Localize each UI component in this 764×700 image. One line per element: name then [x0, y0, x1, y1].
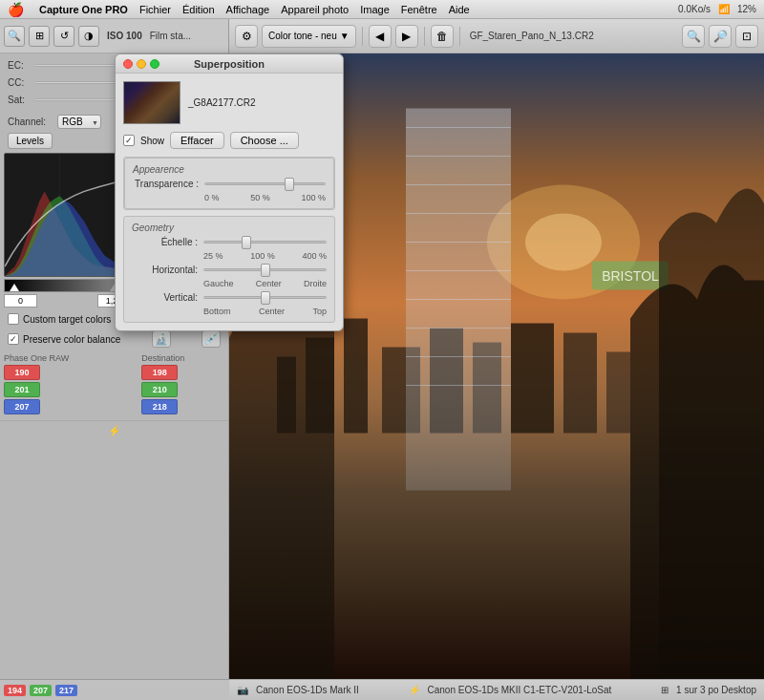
color-btn[interactable]: ◑ — [78, 26, 99, 47]
geometry-section: Geometry Échelle : 25 % 100 % 400 % Hori… — [123, 216, 335, 323]
vertical-labels: Bottom Center Top — [132, 307, 327, 316]
echelle-slider[interactable] — [203, 241, 327, 244]
menu-appareil[interactable]: Appareil photo — [281, 4, 349, 15]
profile-icon: ⚡ — [409, 685, 420, 695]
appearence-section: Appearence Transparence : 0 % 50 % 100 % — [123, 157, 335, 210]
echelle-label: Échelle : — [132, 237, 203, 247]
camera-icon: 📷 — [237, 685, 248, 695]
close-btn[interactable] — [123, 59, 133, 69]
patch-b1[interactable]: 207 — [4, 399, 40, 414]
left-toolbar: 🔍 ⊞ ↺ ◑ ISO 100 Film sta... — [0, 19, 228, 53]
right-toolbar: ⚙ Color tone - neu ▼ ◀ ▶ 🗑 GF_Staren_Pan… — [229, 19, 764, 53]
toolbar-separator-1 — [362, 27, 363, 46]
horizontal-row: Horizontal: — [132, 265, 327, 275]
pages-label: 1 sur 3 po Desktop — [676, 685, 756, 695]
menu-fenetre[interactable]: Fenêtre — [401, 4, 437, 15]
zoom-btn[interactable]: 🔍 — [4, 26, 25, 47]
transparency-label: Transparence : — [133, 179, 204, 189]
custom-target-label: Custom target colors — [23, 314, 111, 325]
choose-btn[interactable]: Choose ... — [230, 132, 299, 149]
color-tone-label: Color tone - neu — [268, 31, 337, 41]
custom-target-checkbox[interactable] — [8, 313, 19, 325]
patch-b2[interactable]: 218 — [141, 399, 178, 414]
horizontal-label: Horizontal: — [132, 265, 203, 275]
menu-affichage[interactable]: Affichage — [226, 4, 270, 15]
fit-btn[interactable]: ⊡ — [735, 25, 758, 48]
zoom-out-btn[interactable]: 🔎 — [709, 25, 732, 48]
dialog-content: _G8A2177.CR2 Show Effacer Choose ... App… — [116, 74, 343, 330]
preserve-color-row: Preserve color balance 🔬 💉 — [0, 329, 228, 350]
minimize-btn[interactable] — [137, 59, 146, 69]
superposition-dialog: Superposition _G8A2177.CR2 Show Effacer … — [115, 53, 344, 331]
transparency-row: Transparence : — [133, 179, 326, 189]
preserve-color-checkbox[interactable] — [8, 333, 19, 345]
patch-g2[interactable]: 210 — [141, 382, 178, 397]
status-g: 207 — [30, 685, 52, 696]
show-checkbox[interactable] — [123, 135, 135, 146]
levels-black-point[interactable] — [10, 284, 19, 291]
vertical-row: Vertical: — [132, 292, 327, 303]
svg-text:BRISTOL: BRISTOL — [602, 268, 659, 284]
color-tone-dropdown-icon: ▼ — [340, 31, 350, 41]
toolbar-separator-2 — [424, 27, 425, 46]
svg-point-6 — [525, 214, 602, 271]
menubar-right: 0.0Ko/s 📶 12% — [678, 4, 756, 14]
menu-aide[interactable]: Aide — [449, 4, 470, 15]
grid-icon: ⊞ — [661, 685, 668, 695]
film-label: Film sta... — [150, 31, 191, 41]
color-patches: Phase One RAW 190 201 207 Destination 19… — [0, 350, 228, 420]
horizontal-slider[interactable] — [203, 268, 327, 271]
phase-one-title: Phase One RAW — [4, 353, 69, 363]
battery-level: 12% — [737, 4, 756, 14]
menu-edition[interactable]: Édition — [182, 4, 215, 15]
cc-label: CC: — [8, 77, 34, 88]
eyedropper-btn-1[interactable]: 🔬 — [152, 330, 171, 348]
maximize-btn[interactable] — [150, 59, 159, 69]
overlay-thumbnail — [123, 81, 180, 124]
transparency-slider[interactable] — [204, 182, 326, 185]
levels-min-input[interactable]: 0 — [4, 294, 37, 308]
menu-capture-one[interactable]: Capture One PRO — [39, 4, 128, 15]
phase-one-group: Phase One RAW 190 201 207 — [4, 353, 69, 416]
apple-menu[interactable]: 🍎 — [8, 2, 24, 17]
window-controls — [123, 59, 159, 69]
menu-bar: 🍎 Capture One PRO Fichier Édition Affich… — [0, 0, 764, 19]
dialog-titlebar: Superposition — [116, 54, 343, 74]
show-label: Show — [140, 136, 164, 146]
toolbar-separator-3 — [459, 27, 460, 46]
levels-btn[interactable]: Levels — [8, 133, 53, 149]
vertical-label: Vertical: — [132, 292, 203, 303]
channel-select[interactable]: RGB Red Green Blue — [57, 115, 101, 129]
eyedropper-btn-2[interactable]: 💉 — [202, 330, 221, 348]
horizontal-labels: Gauche Center Droite — [132, 279, 327, 288]
sat-label: Sat: — [8, 95, 34, 105]
show-row: Show Effacer Choose ... — [123, 132, 335, 149]
iso-label: ISO 100 — [103, 29, 146, 43]
menu-image[interactable]: Image — [360, 4, 390, 15]
exposure-section-label: ⚡ — [0, 420, 228, 441]
status-b: 217 — [55, 685, 77, 696]
svg-rect-14 — [563, 333, 597, 434]
destination-group: Destination 198 210 218 — [141, 353, 184, 416]
delete-btn[interactable]: 🗑 — [431, 25, 454, 48]
bottom-status-bar: 📷 Canon EOS-1Ds Mark II ⚡ Canon EOS-1Ds … — [229, 679, 764, 700]
channel-label: Channel: — [8, 117, 57, 127]
zoom-in-btn[interactable]: 🔍 — [682, 25, 705, 48]
settings-icon[interactable]: ⚙ — [235, 25, 258, 48]
ec-label: EC: — [8, 60, 34, 71]
effacer-btn[interactable]: Effacer — [170, 132, 224, 149]
overlay-filename: _G8A2177.CR2 — [188, 97, 256, 108]
color-tone-btn[interactable]: Color tone - neu ▼ — [262, 25, 356, 48]
vertical-slider[interactable] — [203, 296, 327, 299]
menu-fichier[interactable]: Fichier — [139, 4, 171, 15]
rotate-btn[interactable]: ↺ — [53, 26, 74, 47]
crop-btn[interactable]: ⊞ — [29, 26, 50, 47]
patch-r1[interactable]: 190 — [4, 365, 40, 380]
svg-rect-13 — [511, 324, 554, 434]
patch-g1[interactable]: 201 — [4, 382, 40, 397]
nav-prev-btn[interactable]: ◀ — [369, 25, 392, 48]
geometry-title: Geometry — [132, 223, 327, 233]
nav-next-btn[interactable]: ▶ — [395, 25, 418, 48]
camera-name: Canon EOS-1Ds Mark II — [256, 685, 359, 695]
patch-r2[interactable]: 198 — [141, 365, 178, 380]
